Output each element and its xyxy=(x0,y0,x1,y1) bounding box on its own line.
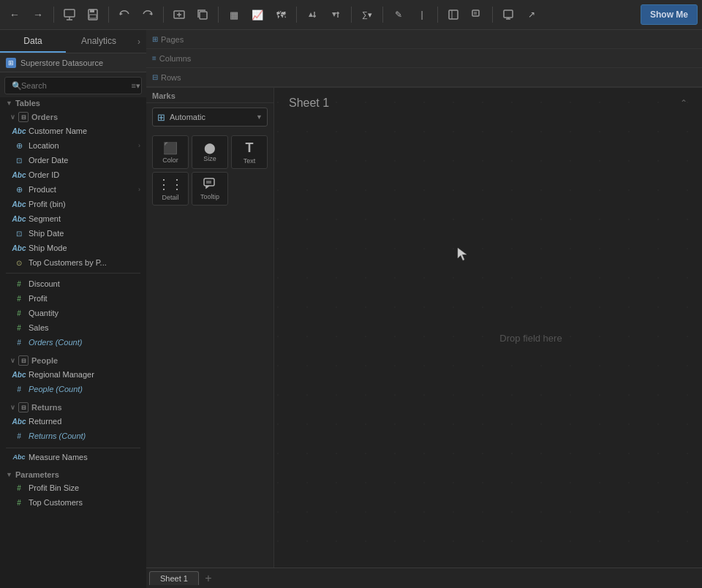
map-button[interactable]: 🗺 xyxy=(271,4,291,25)
field-top-customers-param-label: Top Customers xyxy=(29,498,83,507)
field-order-id[interactable]: Abc Order ID xyxy=(0,167,146,182)
field-order-id-label: Order ID xyxy=(29,170,59,179)
columns-drop-area[interactable] xyxy=(197,51,696,66)
sort-desc-button[interactable] xyxy=(325,4,346,25)
returns-group-header[interactable]: ∨ ⊟ Returns xyxy=(0,399,146,414)
field-order-date[interactable]: ⊡ Order Date xyxy=(0,153,146,167)
marks-type-dropdown[interactable]: ⊞ Automatic ▼ xyxy=(152,108,268,127)
field-top-customers[interactable]: ⊙ Top Customers by P... xyxy=(0,255,146,270)
field-profit-label: Profit xyxy=(29,294,48,303)
tab-data[interactable]: Data xyxy=(0,30,66,53)
canvas-content[interactable]: Sheet 1 ⌃ Drop field here xyxy=(274,88,702,588)
field-type-count-icon: # xyxy=(13,336,25,348)
people-group-header[interactable]: ∨ ⊟ People xyxy=(0,353,146,367)
marks-type-label: Automatic xyxy=(170,113,252,121)
field-sales[interactable]: # Sales xyxy=(0,320,146,335)
filter-icon[interactable]: ≡▾ xyxy=(132,81,140,91)
field-discount[interactable]: # Discount xyxy=(0,276,146,291)
search-container: 🔍 ≡▾ xyxy=(0,72,146,97)
marks-size-btn[interactable]: ⬤ Size xyxy=(192,135,228,169)
columns-shelf-label: ≡ Columns xyxy=(152,54,192,63)
marks-color-icon: ⬛ xyxy=(163,141,178,155)
orders-table-icon: ⊟ xyxy=(18,112,29,122)
field-type-pcount-icon: # xyxy=(13,383,25,395)
field-customer-name[interactable]: Abc Customer Name xyxy=(0,124,146,138)
marks-panel: Marks ⊞ Automatic ▼ ⬛ Color ⬤ Size T Tex… xyxy=(146,88,274,588)
field-measure-names[interactable]: Abc Measure Names xyxy=(0,450,146,464)
field-type-mn-icon: Abc xyxy=(13,451,25,463)
bar-chart-button[interactable]: ▦ xyxy=(224,4,244,25)
present-button[interactable] xyxy=(498,4,518,25)
separator-1 xyxy=(53,7,54,23)
marks-text-btn[interactable]: T Text xyxy=(231,135,268,169)
canvas-collapse-icon[interactable]: ⌃ xyxy=(680,98,687,108)
sheet-tabs: Sheet 1 + xyxy=(146,568,702,588)
forward-button[interactable]: → xyxy=(28,4,48,25)
new-datasource-button[interactable] xyxy=(59,4,80,25)
field-location[interactable]: ⊕ Location › xyxy=(0,138,146,153)
orders-group-header[interactable]: ∨ ⊟ Orders xyxy=(0,109,146,124)
field-regional-manager[interactable]: Abc Regional Manager xyxy=(0,367,146,382)
people-group-label: People xyxy=(31,356,58,365)
field-ship-mode[interactable]: Abc Ship Mode xyxy=(0,241,146,255)
field-orders-count[interactable]: # Orders (Count) xyxy=(0,335,146,350)
rows-drop-area[interactable] xyxy=(197,70,696,85)
field-top-customers-param[interactable]: # Top Customers xyxy=(0,495,146,510)
canvas-area: Marks ⊞ Automatic ▼ ⬛ Color ⬤ Size T Tex… xyxy=(146,88,702,588)
size-button[interactable] xyxy=(443,4,464,25)
parameters-section-header[interactable]: ▼ Parameters xyxy=(0,467,146,480)
back-button[interactable]: ← xyxy=(4,4,25,25)
marks-detail-icon: ⋮⋮ xyxy=(157,176,184,192)
tables-section-header[interactable]: ▼ Tables xyxy=(0,96,146,109)
duplicate-button[interactable] xyxy=(192,4,213,25)
svg-rect-16 xyxy=(449,10,458,19)
field-returned[interactable]: Abc Returned xyxy=(0,414,146,429)
returns-collapse-icon: ∨ xyxy=(10,404,15,411)
sheet-tab-1[interactable]: Sheet 1 xyxy=(149,571,199,585)
field-order-date-label: Order Date xyxy=(29,156,68,165)
new-sheet-button[interactable] xyxy=(169,4,189,25)
datasource-bar: ⊞ Superstore Datasource xyxy=(0,53,146,72)
separator-3 xyxy=(163,7,164,23)
add-sheet-button[interactable]: + xyxy=(200,570,216,587)
field-sales-label: Sales xyxy=(29,323,49,332)
marks-tooltip-btn[interactable]: Tooltip xyxy=(192,172,228,206)
line-chart-button[interactable]: 📈 xyxy=(247,4,268,25)
show-me-button[interactable]: Show Me xyxy=(641,4,698,25)
field-profit-bin[interactable]: Abc Profit (bin) xyxy=(0,197,146,211)
field-ship-date[interactable]: ⊡ Ship Date xyxy=(0,226,146,241)
field-people-count[interactable]: # People (Count) xyxy=(0,382,146,396)
separator-6 xyxy=(351,7,352,23)
field-type-geo-icon: ⊕ xyxy=(13,140,25,151)
pages-drop-area[interactable] xyxy=(197,32,696,47)
field-regional-manager-label: Regional Manager xyxy=(29,370,94,379)
field-quantity-label: Quantity xyxy=(29,309,58,317)
share-button[interactable]: ↗ xyxy=(521,4,542,25)
highlight-button[interactable]: | xyxy=(412,4,432,25)
redo-button[interactable] xyxy=(137,4,158,25)
svg-rect-4 xyxy=(90,10,94,12)
sort-asc-button[interactable] xyxy=(302,4,322,25)
annotate-button[interactable]: ✎ xyxy=(388,4,409,25)
field-product[interactable]: ⊕ Product › xyxy=(0,182,146,197)
undo-button[interactable] xyxy=(114,4,135,25)
shelf-panel: ⊞ Pages ≡ Columns ⊟ Rows xyxy=(146,30,702,88)
svg-rect-11 xyxy=(200,12,207,19)
marks-detail-btn[interactable]: ⋮⋮ Detail xyxy=(152,172,189,206)
tooltip-button[interactable] xyxy=(467,4,487,25)
field-quantity[interactable]: # Quantity xyxy=(0,306,146,320)
tab-analytics[interactable]: Analytics xyxy=(66,30,132,53)
field-profit-bin-size[interactable]: # Profit Bin Size xyxy=(0,480,146,495)
save-button[interactable] xyxy=(83,4,103,25)
aggregate-button[interactable]: ∑▾ xyxy=(357,4,377,25)
field-returns-count[interactable]: # Returns (Count) xyxy=(0,429,146,443)
marks-tooltip-label: Tooltip xyxy=(200,193,219,200)
field-profit[interactable]: # Profit xyxy=(0,291,146,306)
svg-rect-21 xyxy=(504,10,513,18)
search-input[interactable] xyxy=(4,77,142,94)
field-segment[interactable]: Abc Segment xyxy=(0,211,146,226)
marks-color-btn[interactable]: ⬛ Color xyxy=(152,135,189,169)
rows-shelf-label: ⊟ Rows xyxy=(152,73,192,82)
tab-settings-icon[interactable]: › xyxy=(132,30,146,53)
datasource-name[interactable]: Superstore Datasource xyxy=(20,59,103,67)
